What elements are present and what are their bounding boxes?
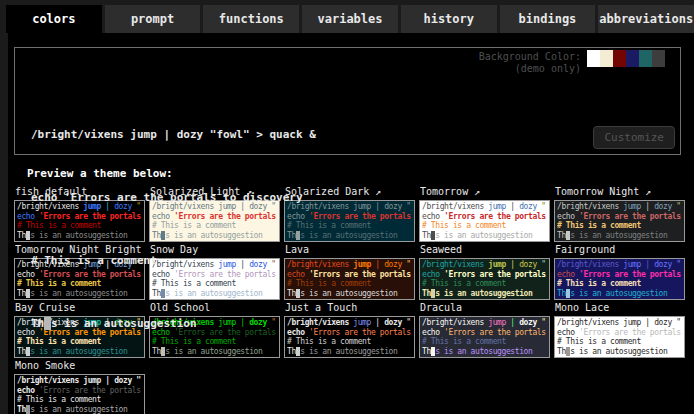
tab-prompt[interactable]: prompt <box>105 5 201 33</box>
theme-sample-line: echo 'Errors are the portals <box>557 270 682 280</box>
sample-line-3: # This is a comment <box>31 250 316 271</box>
theme-sample-line: This is an autosuggestion <box>557 347 682 357</box>
theme-tile-mono-lace[interactable]: Mono Lace/bright/vixens jump | dozy "ech… <box>554 302 685 360</box>
sample-line-4: This is an autosuggestion <box>31 313 316 334</box>
theme-sample-line: /bright/vixens jump | dozy " <box>557 260 682 270</box>
theme-sample-line: # This is a comment <box>422 221 547 231</box>
theme-sample-line: # This is a comment <box>557 337 682 347</box>
colors-tab-content: Background Color: (demo only) /bright/vi… <box>8 33 694 414</box>
tab-functions[interactable]: functions <box>203 5 299 33</box>
bg-swatch-navy[interactable] <box>626 50 639 67</box>
tab-history[interactable]: history <box>401 5 497 33</box>
theme-sample-line: This is an autosuggestion <box>557 289 682 299</box>
theme-sample-line: # This is a comment <box>557 279 682 289</box>
theme-sample-line: echo 'Errors are the portals <box>17 386 142 396</box>
theme-name: Fairground <box>555 244 685 255</box>
theme-sample-line: /bright/vixens jump | dozy " <box>422 318 547 328</box>
theme-sample-line: echo 'Errors are the portals <box>422 212 547 222</box>
bg-swatch-row <box>587 50 678 67</box>
bg-swatch-white[interactable] <box>587 50 600 67</box>
theme-name: Seaweed <box>420 244 550 255</box>
tab-bindings[interactable]: bindings <box>500 5 596 33</box>
sample-line-1: /bright/vixens jump | dozy "fowl" > quac… <box>31 124 316 145</box>
bg-swatch-black[interactable] <box>665 50 678 67</box>
background-color-label-line2: (demo only) <box>479 63 581 75</box>
bg-swatch-dark-gray[interactable] <box>652 50 665 67</box>
theme-tile-tomorrow[interactable]: Tomorrow ↗/bright/vixens jump | dozy "ec… <box>419 186 550 244</box>
theme-name: Mono Lace <box>555 302 685 313</box>
bg-swatch-cream[interactable] <box>600 50 613 67</box>
theme-tile-fairground[interactable]: Fairground/bright/vixens jump | dozy "ec… <box>554 244 685 302</box>
theme-sample-line: This is an autosuggestion <box>17 405 142 414</box>
tab-variables[interactable]: variables <box>302 5 398 33</box>
tab-colors[interactable]: colors <box>6 5 102 33</box>
terminal-cursor: i <box>44 317 51 330</box>
theme-sample-line: /bright/vixens jump | dozy " <box>422 202 547 212</box>
theme-preview: /bright/vixens jump | dozy "echo 'Errors… <box>419 258 550 300</box>
sample-line4-prefix: Th <box>31 317 44 330</box>
customize-button[interactable]: Customize <box>593 126 675 149</box>
theme-sample-line: echo 'Errors are the portals <box>422 270 547 280</box>
bg-swatch-dark-red[interactable] <box>613 50 626 67</box>
theme-preview: /bright/vixens jump | dozy "echo 'Errors… <box>554 258 685 300</box>
theme-tile-dracula[interactable]: Dracula/bright/vixens jump | dozy "echo … <box>419 302 550 360</box>
theme-sample-line: This is an autosuggestion <box>422 347 547 357</box>
terminal-sample: /bright/vixens jump | dozy "fowl" > quac… <box>31 82 316 376</box>
sample-line-2: echo 'Errors are the portals to discover… <box>31 187 316 208</box>
theme-sample-line: This is an autosuggestion <box>422 231 547 241</box>
theme-sample-line: echo 'Errors are the portals <box>557 328 682 338</box>
theme-sample-line: # This is a comment <box>422 337 547 347</box>
terminal-preview-box: Background Color: (demo only) /bright/vi… <box>14 47 681 155</box>
background-color-label-line1: Background Color: <box>479 51 581 63</box>
theme-sample-line: /bright/vixens jump | dozy " <box>422 260 547 270</box>
theme-name: Dracula <box>420 302 550 313</box>
theme-name: Tomorrow Night ↗ <box>555 186 685 197</box>
theme-sample-line: echo 'Errors are the portals <box>422 328 547 338</box>
theme-preview: /bright/vixens jump | dozy "echo 'Errors… <box>14 374 145 414</box>
theme-sample-line: This is an autosuggestion <box>422 289 547 299</box>
theme-sample-line: /bright/vixens jump | dozy " <box>17 376 142 386</box>
theme-tile-tomorrow-night[interactable]: Tomorrow Night ↗/bright/vixens jump | do… <box>554 186 685 244</box>
theme-sample-line: # This is a comment <box>17 395 142 405</box>
theme-tile-seaweed[interactable]: Seaweed/bright/vixens jump | dozy "echo … <box>419 244 550 302</box>
theme-preview: /bright/vixens jump | dozy "echo 'Errors… <box>419 316 550 358</box>
background-color-label: Background Color: (demo only) <box>479 51 581 75</box>
theme-preview: /bright/vixens jump | dozy "echo 'Errors… <box>419 200 550 242</box>
theme-sample-line: This is an autosuggestion <box>557 231 682 241</box>
tab-abbreviations[interactable]: abbreviations <box>598 5 694 33</box>
theme-sample-line: echo 'Errors are the portals <box>557 212 682 222</box>
theme-preview: /bright/vixens jump | dozy "echo 'Errors… <box>554 316 685 358</box>
theme-sample-line: # This is a comment <box>557 221 682 231</box>
theme-preview: /bright/vixens jump | dozy "echo 'Errors… <box>554 200 685 242</box>
sample-line4-suffix: s is an autosuggestion <box>51 317 197 330</box>
tab-bar: colorspromptfunctionsvariableshistorybin… <box>0 0 694 33</box>
theme-sample-line: /bright/vixens jump | dozy " <box>557 202 682 212</box>
theme-name: Tomorrow ↗ <box>420 186 550 197</box>
bg-swatch-teal[interactable] <box>639 50 652 67</box>
theme-sample-line: # This is a comment <box>422 279 547 289</box>
theme-sample-line: /bright/vixens jump | dozy " <box>557 318 682 328</box>
